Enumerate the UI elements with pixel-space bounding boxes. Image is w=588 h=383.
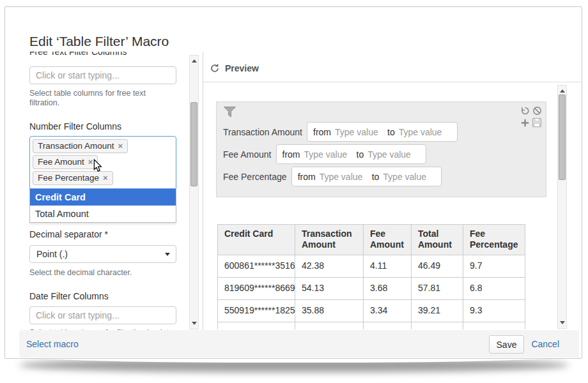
dialog-footer: Select macro Save Cancel bbox=[19, 330, 579, 357]
scroll-up-icon[interactable] bbox=[560, 89, 565, 93]
refresh-icon[interactable] bbox=[210, 63, 220, 73]
from-value-input[interactable] bbox=[320, 172, 368, 182]
col-total-amount: Total Amount bbox=[412, 225, 463, 255]
to-value-input[interactable] bbox=[399, 127, 447, 137]
free-text-filter-help: Select table columns for free text filtr… bbox=[29, 89, 176, 108]
col-credit-card: Credit Card bbox=[218, 225, 295, 255]
table-row-partial bbox=[218, 322, 525, 330]
range-filter-box: from to bbox=[276, 144, 427, 164]
date-filter-input[interactable] bbox=[29, 306, 176, 324]
free-text-filter-input[interactable] bbox=[29, 66, 176, 84]
panel-divider bbox=[203, 52, 203, 330]
from-value-input[interactable] bbox=[335, 127, 383, 137]
funnel-icon bbox=[223, 106, 237, 118]
dropdown-option-total-amount[interactable]: Total Amount bbox=[30, 206, 176, 222]
dropdown-option-credit-card[interactable]: Credit Card bbox=[30, 189, 176, 206]
col-transaction-amount: Transaction Amount bbox=[295, 225, 364, 255]
free-text-filter-label: Free Text Filter Columns bbox=[29, 52, 176, 57]
filter-row-fee-amount: Fee Amount from to bbox=[223, 143, 539, 165]
col-fee-percentage: Fee Percentage bbox=[463, 225, 525, 255]
cancel-link[interactable]: Cancel bbox=[531, 339, 559, 349]
preview-table-wrap: Credit Card Transaction Amount Fee Amoun… bbox=[217, 224, 525, 329]
decimal-separator-select[interactable]: Point (.) bbox=[29, 245, 176, 263]
scroll-down-icon[interactable] bbox=[560, 321, 565, 324]
save-button[interactable]: Save bbox=[489, 335, 524, 354]
preview-scrollbar-thumb[interactable] bbox=[559, 94, 566, 180]
tag-fee-amount[interactable]: Fee Amount× bbox=[33, 155, 98, 169]
preview-table: Credit Card Transaction Amount Fee Amoun… bbox=[217, 224, 525, 329]
table-row: 550919******1825 35.88 3.34 39.21 9.3 bbox=[218, 300, 525, 322]
preview-header: Preview bbox=[210, 63, 259, 73]
clear-filters-icon[interactable] bbox=[531, 105, 543, 116]
decimal-separator-help: Select the decimal character. bbox=[29, 268, 176, 278]
decimal-separator-label: Decimal separator * bbox=[29, 229, 176, 240]
table-row: 600861******3516 42.38 4.11 46.49 9.7 bbox=[218, 255, 525, 278]
to-value-input[interactable] bbox=[368, 149, 416, 160]
macro-editor: Edit ‘Table Filter’ Macro Free Text Filt… bbox=[0, 0, 588, 383]
number-filter-label: Number Filter Columns bbox=[29, 121, 176, 132]
preview-scrollbar[interactable] bbox=[557, 85, 567, 329]
to-value-input[interactable] bbox=[383, 172, 431, 182]
date-filter-label: Date Filter Columns bbox=[29, 290, 176, 302]
range-filter-box: from to bbox=[291, 167, 442, 186]
tag-transaction-amount[interactable]: Transaction Amount× bbox=[33, 139, 128, 153]
filter-row-fee-percentage: Fee Percentage from to bbox=[223, 165, 539, 188]
table-row: 819609******8669 54.13 3.68 57.81 6.8 bbox=[218, 278, 525, 300]
filter-row-transaction-amount: Transaction Amount from to bbox=[223, 121, 539, 143]
macro-parameters-form: Free Text Filter Columns Select table co… bbox=[29, 52, 176, 330]
table-filter-panel: Transaction Amount from to Fee Amount fr… bbox=[216, 101, 546, 197]
scroll-down-icon[interactable] bbox=[192, 322, 197, 325]
undo-filter-icon[interactable] bbox=[519, 105, 530, 116]
form-scrollbar[interactable] bbox=[189, 55, 199, 329]
range-filter-box: from to bbox=[307, 122, 458, 142]
edit-macro-dialog: Edit ‘Table Filter’ Macro Free Text Filt… bbox=[4, 6, 582, 359]
dialog-title: Edit ‘Table Filter’ Macro bbox=[29, 34, 169, 49]
number-filter-multiselect[interactable]: Transaction Amount× Fee Amount× Fee Perc… bbox=[29, 136, 176, 189]
scroll-up-icon[interactable] bbox=[192, 59, 197, 63]
number-filter-dropdown: Credit Card Total Amount bbox=[29, 189, 176, 223]
from-value-input[interactable] bbox=[304, 149, 353, 160]
table-header-row: Credit Card Transaction Amount Fee Amoun… bbox=[218, 225, 525, 255]
preview-header-divider bbox=[203, 82, 582, 82]
tag-fee-percentage[interactable]: Fee Percentage× bbox=[33, 171, 113, 185]
col-fee-amount: Fee Amount bbox=[364, 225, 412, 255]
filter-rows: Transaction Amount from to Fee Amount fr… bbox=[223, 121, 539, 188]
form-scrollbar-thumb[interactable] bbox=[190, 102, 197, 186]
preview-title: Preview bbox=[225, 63, 259, 73]
select-macro-link[interactable]: Select macro bbox=[26, 339, 79, 349]
